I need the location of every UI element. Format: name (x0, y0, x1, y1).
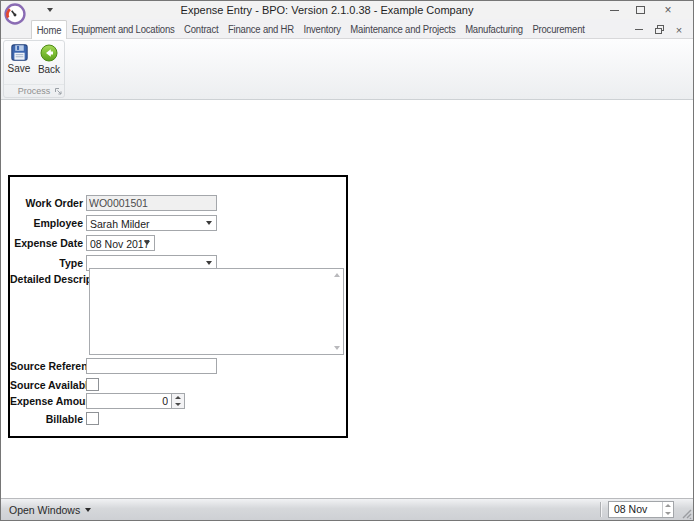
ribbon-group-buttons: Save Back (4, 42, 64, 86)
expense-amount-label: Expense Amount (10, 393, 86, 409)
employee-combobox[interactable]: Sarah Milder (86, 215, 217, 231)
tab-inventory[interactable]: Inventory (299, 20, 346, 39)
employee-dropdown-icon[interactable] (203, 217, 215, 229)
tab-home[interactable]: Home (31, 20, 67, 39)
app-logo-icon[interactable] (4, 3, 26, 25)
statusbar-date-spinner (662, 502, 673, 517)
spin-down-button[interactable] (172, 401, 184, 408)
back-button-label: Back (38, 64, 60, 75)
minimize-button[interactable] (603, 2, 625, 18)
work-order-label: Work Order (10, 195, 86, 211)
save-button[interactable]: Save (4, 42, 34, 86)
open-windows-dropdown[interactable]: Open Windows (9, 499, 91, 520)
save-button-label: Save (8, 63, 31, 74)
close-button[interactable]: × (657, 2, 679, 18)
expense-amount-input[interactable] (87, 394, 184, 408)
ribbon-group-process: Save Back (3, 40, 65, 98)
tab-procurement[interactable]: Procurement (528, 20, 590, 39)
group-dialog-launcher-icon[interactable] (54, 87, 63, 96)
back-arrow-icon (40, 44, 58, 62)
detailed-description-field[interactable] (89, 268, 344, 355)
quick-access-dropdown-icon[interactable] (47, 8, 53, 12)
source-available-label: Source Available (10, 377, 86, 393)
mdi-restore-icon (655, 25, 664, 34)
mdi-window-controls: × (631, 22, 687, 37)
ribbon: Save Back (1, 39, 693, 100)
employee-value: Sarah Milder (87, 216, 216, 231)
billable-label: Billable (10, 411, 86, 427)
scroll-down-icon[interactable] (334, 346, 340, 350)
mdi-minimize-icon (635, 29, 643, 30)
back-button[interactable]: Back (34, 42, 64, 86)
expense-date-dropdown-icon[interactable] (141, 237, 153, 249)
minimize-icon (610, 10, 619, 11)
tab-maintenance-and-projects[interactable]: Maintenance and Projects (346, 20, 461, 39)
source-available-checkbox[interactable] (86, 378, 99, 391)
source-reference-input[interactable] (87, 359, 216, 373)
mdi-restore-button[interactable] (651, 23, 667, 37)
type-value (87, 256, 216, 257)
tab-sales[interactable]: Sales (589, 20, 593, 39)
expense-date-picker[interactable]: 08 Nov 2017 (86, 235, 155, 251)
expense-amount-field[interactable] (86, 393, 185, 409)
scroll-up-icon[interactable] (334, 273, 340, 277)
mdi-close-icon: × (676, 24, 682, 36)
detailed-description-label: Detailed Description (10, 269, 86, 285)
tab-equipment-and-locations[interactable]: Equipment and Locations (67, 20, 179, 39)
expense-date-label: Expense Date (10, 235, 86, 251)
date-spin-up-button[interactable] (663, 502, 673, 510)
maximize-icon (636, 6, 645, 14)
detailed-description-input[interactable] (90, 269, 343, 354)
expense-entry-form: Work Order Employee Sarah Milder Expense… (8, 175, 348, 438)
tab-finance-and-hr[interactable]: Finance and HR (223, 20, 298, 39)
statusbar-separator (600, 502, 601, 517)
status-bar: Open Windows 08 Nov 2017 (1, 498, 693, 520)
mdi-minimize-button[interactable] (631, 23, 647, 37)
close-icon: × (664, 3, 671, 17)
statusbar-date-editor[interactable]: 08 Nov 2017 (608, 501, 674, 518)
mdi-client-area: Work Order Employee Sarah Milder Expense… (1, 100, 693, 498)
resize-grip[interactable] (679, 506, 692, 519)
mdi-close-button[interactable]: × (671, 23, 687, 37)
window-title: Expense Entry - BPO: Version 2.1.0.38 - … (61, 4, 593, 16)
date-spin-down-button[interactable] (663, 510, 673, 518)
work-order-input[interactable] (87, 196, 216, 210)
expense-amount-spinner (171, 394, 184, 408)
work-order-field[interactable] (86, 195, 217, 211)
app-window: Expense Entry - BPO: Version 2.1.0.38 - … (0, 0, 694, 521)
tab-manufacturing[interactable]: Manufacturing (460, 20, 527, 39)
save-floppy-icon (11, 44, 28, 61)
ribbon-tab-row: Home Equipment and Locations Contract Fi… (1, 19, 693, 39)
title-bar: Expense Entry - BPO: Version 2.1.0.38 - … (1, 1, 693, 19)
open-windows-arrow-icon (85, 508, 91, 512)
open-windows-label: Open Windows (9, 504, 80, 516)
spin-up-button[interactable] (172, 394, 184, 401)
maximize-button[interactable] (629, 2, 651, 18)
tab-contract[interactable]: Contract (179, 20, 223, 39)
ribbon-tabstrip: Home Equipment and Locations Contract Fi… (31, 19, 593, 39)
billable-checkbox[interactable] (86, 412, 99, 425)
employee-label: Employee (10, 215, 86, 231)
source-reference-field[interactable] (86, 358, 217, 374)
source-reference-label: Source Reference (10, 358, 86, 374)
